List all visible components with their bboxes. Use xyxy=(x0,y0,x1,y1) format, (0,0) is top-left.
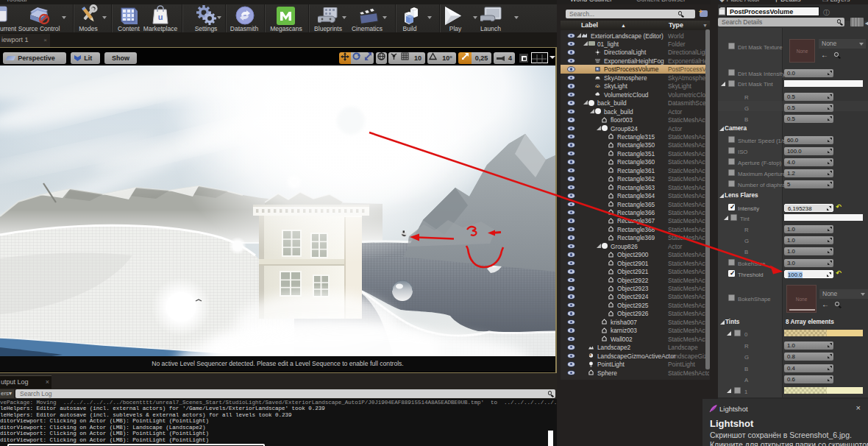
svg-text:u: u xyxy=(158,13,163,21)
